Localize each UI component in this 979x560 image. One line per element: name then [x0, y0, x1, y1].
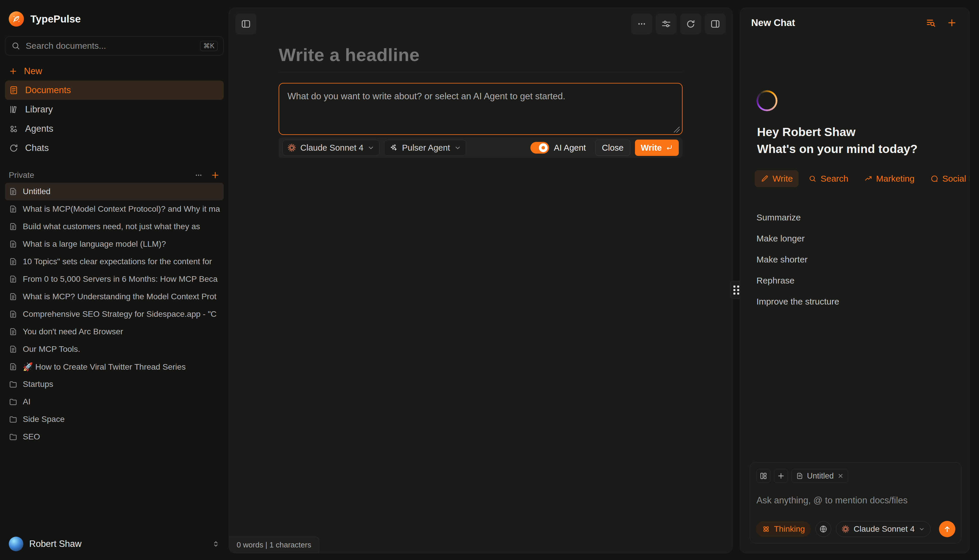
document-list-item[interactable]: What is MCP? Understanding the Model Con… — [5, 288, 224, 305]
suggestion-item[interactable]: Make shorter — [756, 249, 958, 270]
tab-label: Marketing — [876, 174, 915, 183]
user-name: Robert Shaw — [29, 539, 82, 549]
tab-write[interactable]: Write — [755, 170, 799, 187]
context-dashboard-button[interactable] — [756, 469, 771, 483]
claude-starburst-icon — [287, 143, 296, 152]
regenerate-chat-button[interactable] — [680, 13, 701, 35]
sidebar-item-library[interactable]: Library — [5, 100, 224, 119]
agent-selector[interactable]: Pulser Agent — [384, 140, 466, 156]
add-attachment-button[interactable] — [774, 469, 788, 483]
chevron-down-icon — [919, 526, 925, 532]
document-list-item[interactable]: 🚀 How to Create Viral Twitter Thread Ser… — [5, 358, 224, 375]
document-list-item[interactable]: What is a large language model (LLM)? — [5, 235, 224, 253]
document-icon — [9, 345, 18, 353]
chat-message-input[interactable]: Ask anything, @ to mention docs/files — [756, 495, 955, 506]
document-list-item[interactable]: You don't need Arc Browser — [5, 323, 224, 340]
private-add-button[interactable] — [210, 170, 220, 180]
composer-attachments-row: Untitled — [756, 469, 955, 483]
send-message-button[interactable] — [939, 521, 956, 537]
document-title: What is MCP? Understanding the Model Con… — [23, 292, 220, 301]
chat-history-search-button[interactable] — [926, 18, 936, 28]
compose-prompt-input[interactable] — [279, 83, 682, 135]
folder-list-item[interactable]: Startups — [5, 375, 224, 393]
app-logo-row: TypePulse — [5, 0, 224, 28]
user-menu[interactable]: Robert Shaw — [5, 531, 224, 560]
write-button[interactable]: Write — [635, 140, 679, 156]
toggle-right-panel-button[interactable] — [705, 13, 726, 35]
settings-sliders-button[interactable] — [656, 13, 677, 35]
tab-social-media[interactable]: Social Media — [924, 170, 969, 187]
panel-gap — [732, 8, 740, 553]
more-options-button[interactable] — [631, 13, 652, 35]
chats-icon — [9, 143, 19, 153]
document-list-item[interactable]: What is MCP(Model Context Protocol)? and… — [5, 200, 224, 218]
folder-icon — [9, 432, 18, 441]
suggestion-item[interactable]: Rephrase — [756, 270, 958, 291]
sidebar-item-documents[interactable]: Documents — [5, 81, 224, 100]
chat-composer: Untitled Ask anything, @ to mention docs… — [750, 462, 961, 543]
document-list: Untitled What is MCP(Model Context Proto… — [5, 183, 224, 445]
compose-toolbar: Claude Sonnet 4 — [279, 138, 682, 158]
toggle-left-sidebar-button[interactable] — [235, 13, 257, 35]
tab-search[interactable]: Search — [802, 170, 854, 187]
suggestion-item[interactable]: Summarize — [756, 207, 958, 228]
speech-bubble-icon — [930, 175, 938, 183]
document-list-item[interactable]: Untitled — [5, 183, 224, 200]
sidebar-item-label: Documents — [25, 85, 71, 95]
sparkles-icon — [389, 143, 398, 152]
app-name: TypePulse — [30, 13, 81, 25]
pencil-icon — [761, 175, 769, 183]
word-count-badge: 0 words | 1 characters — [229, 537, 319, 553]
suggestion-label: Improve the structure — [756, 297, 839, 307]
document-list-item[interactable]: 10 Topics" sets clear expectations for t… — [5, 253, 224, 270]
sidebar-item-agents[interactable]: Agents — [5, 119, 224, 138]
document-title: 🚀 How to Create Viral Twitter Thread Ser… — [23, 362, 220, 372]
suggestion-item[interactable]: Make longer — [756, 228, 958, 249]
suggestion-item[interactable]: Improve the structure — [756, 291, 958, 312]
document-title: 10 Topics" sets clear expectations for t… — [23, 257, 220, 266]
document-list-item[interactable]: From 0 to 5,000 Servers in 6 Months: How… — [5, 270, 224, 288]
chat-suggestions: Summarize Make longer Make shorter Rephr… — [756, 207, 958, 312]
folder-list-item[interactable]: AI — [5, 393, 224, 410]
document-icon — [9, 275, 18, 283]
search-box[interactable]: ⌘K — [5, 36, 224, 55]
folder-title: AI — [23, 397, 220, 407]
new-document-button[interactable]: New — [5, 62, 224, 81]
folder-icon — [9, 397, 18, 406]
tab-marketing[interactable]: Marketing — [858, 170, 921, 187]
folder-list-item[interactable]: Side Space — [5, 410, 224, 428]
document-list-item[interactable]: Comprehensive SEO Strategy for Sidespace… — [5, 305, 224, 323]
tab-label: Social Media — [942, 174, 969, 183]
greeting-line-1: Hey Robert Shaw — [757, 123, 918, 140]
search-input[interactable] — [26, 41, 195, 51]
composer-model-selector[interactable]: Claude Sonnet 4 — [836, 521, 931, 537]
document-list-item[interactable]: Our MCP Tools. — [5, 340, 224, 358]
web-search-toggle[interactable] — [816, 521, 831, 537]
agents-icon — [9, 124, 19, 134]
document-list-item[interactable]: Build what customers need, not just what… — [5, 218, 224, 235]
atom-icon — [762, 525, 771, 533]
document-title: Build what customers need, not just what… — [23, 222, 220, 231]
document-icon — [9, 240, 18, 248]
close-button[interactable]: Close — [595, 140, 630, 156]
private-more-button[interactable] — [194, 171, 203, 180]
agent-selector-value: Pulser Agent — [402, 143, 450, 153]
private-section-header: Private — [5, 168, 224, 183]
attached-document-chip[interactable]: Untitled — [792, 469, 848, 483]
remove-attachment-icon[interactable] — [837, 473, 844, 479]
editor-panel: Write a headline — [228, 8, 732, 553]
sidebar-item-chats[interactable]: Chats — [5, 138, 224, 158]
document-title: Untitled — [23, 187, 220, 196]
model-selector[interactable]: Claude Sonnet 4 — [282, 140, 379, 156]
folder-icon — [9, 415, 18, 423]
thinking-toggle[interactable]: Thinking — [756, 521, 811, 537]
globe-icon — [819, 525, 828, 533]
new-chat-button[interactable] — [947, 18, 957, 28]
enter-icon — [665, 144, 673, 152]
chat-mode-tabs: Write Search Marke — [755, 170, 969, 187]
search-icon — [11, 41, 20, 50]
folder-list-item[interactable]: SEO — [5, 428, 224, 445]
chat-panel: New Chat Hey Robert Shaw — [740, 8, 970, 553]
headline-input[interactable]: Write a headline — [279, 44, 682, 65]
ai-agent-toggle[interactable] — [530, 142, 549, 153]
